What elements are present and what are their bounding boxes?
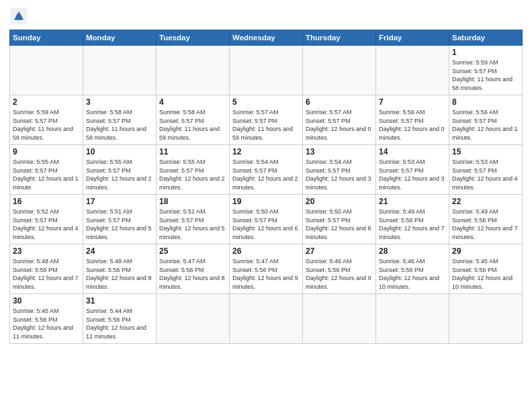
- weekday-header-wednesday: Wednesday: [230, 30, 303, 46]
- calendar-week-row: 1Sunrise: 5:59 AMSunset: 5:57 PMDaylight…: [10, 46, 523, 95]
- day-info: Sunrise: 5:58 AMSunset: 5:57 PMDaylight:…: [159, 108, 226, 142]
- day-info: Sunrise: 5:57 AMSunset: 5:57 PMDaylight:…: [232, 108, 300, 142]
- day-cell-7: 7Sunrise: 5:56 AMSunset: 5:57 PMDaylight…: [376, 95, 449, 145]
- weekday-header-tuesday: Tuesday: [157, 30, 230, 46]
- day-cell-20: 20Sunrise: 5:50 AMSunset: 5:57 PMDayligh…: [303, 195, 376, 244]
- day-cell-5: 5Sunrise: 5:57 AMSunset: 5:57 PMDaylight…: [230, 95, 303, 145]
- day-number: 22: [452, 197, 519, 206]
- day-cell-9: 9Sunrise: 5:55 AMSunset: 5:57 PMDaylight…: [10, 145, 83, 195]
- day-number: 21: [379, 197, 446, 206]
- day-info: Sunrise: 5:59 AMSunset: 5:57 PMDaylight:…: [13, 108, 80, 142]
- day-info: Sunrise: 5:47 AMSunset: 5:56 PMDaylight:…: [159, 257, 226, 291]
- day-number: 20: [306, 197, 373, 206]
- empty-cell: [376, 294, 449, 344]
- day-number: 24: [86, 246, 153, 256]
- day-info: Sunrise: 5:58 AMSunset: 5:57 PMDaylight:…: [86, 108, 153, 142]
- weekday-header-monday: Monday: [83, 30, 157, 46]
- day-info: Sunrise: 5:56 AMSunset: 5:57 PMDaylight:…: [452, 108, 519, 142]
- day-number: 5: [232, 97, 300, 107]
- calendar-week-row: 23Sunrise: 5:48 AMSunset: 5:56 PMDayligh…: [10, 244, 523, 294]
- day-cell-14: 14Sunrise: 5:53 AMSunset: 5:57 PMDayligh…: [376, 145, 449, 195]
- day-info: Sunrise: 5:46 AMSunset: 5:56 PMDaylight:…: [306, 257, 373, 291]
- day-cell-2: 2Sunrise: 5:59 AMSunset: 5:57 PMDaylight…: [10, 95, 83, 145]
- day-number: 28: [379, 246, 446, 256]
- day-cell-3: 3Sunrise: 5:58 AMSunset: 5:57 PMDaylight…: [83, 95, 157, 145]
- day-info: Sunrise: 5:53 AMSunset: 5:57 PMDaylight:…: [452, 158, 519, 191]
- day-cell-12: 12Sunrise: 5:54 AMSunset: 5:57 PMDayligh…: [230, 145, 303, 195]
- day-cell-1: 1Sunrise: 5:59 AMSunset: 5:57 PMDaylight…: [449, 46, 523, 95]
- empty-cell: [230, 46, 303, 95]
- day-cell-18: 18Sunrise: 5:51 AMSunset: 5:57 PMDayligh…: [157, 195, 230, 244]
- day-number: 25: [159, 246, 226, 256]
- day-number: 14: [379, 147, 446, 156]
- calendar-table: SundayMondayTuesdayWednesdayThursdayFrid…: [9, 30, 523, 344]
- empty-cell: [303, 294, 376, 344]
- day-number: 26: [232, 246, 300, 256]
- empty-cell: [83, 46, 157, 95]
- day-info: Sunrise: 5:54 AMSunset: 5:57 PMDaylight:…: [232, 158, 300, 191]
- day-number: 23: [13, 246, 80, 256]
- day-cell-22: 22Sunrise: 5:49 AMSunset: 5:56 PMDayligh…: [449, 195, 523, 244]
- day-cell-15: 15Sunrise: 5:53 AMSunset: 5:57 PMDayligh…: [449, 145, 523, 195]
- day-info: Sunrise: 5:57 AMSunset: 5:57 PMDaylight:…: [306, 108, 373, 142]
- day-info: Sunrise: 5:54 AMSunset: 5:57 PMDaylight:…: [306, 158, 373, 191]
- svg-rect-2: [16, 15, 21, 20]
- day-info: Sunrise: 5:55 AMSunset: 5:57 PMDaylight:…: [13, 158, 80, 191]
- day-number: 13: [306, 147, 373, 156]
- day-cell-10: 10Sunrise: 5:55 AMSunset: 5:57 PMDayligh…: [83, 145, 157, 195]
- day-number: 2: [13, 97, 80, 107]
- calendar-week-row: 2Sunrise: 5:59 AMSunset: 5:57 PMDaylight…: [10, 95, 523, 145]
- day-info: Sunrise: 5:56 AMSunset: 5:57 PMDaylight:…: [379, 108, 446, 142]
- day-info: Sunrise: 5:47 AMSunset: 5:56 PMDaylight:…: [232, 257, 300, 291]
- empty-cell: [449, 294, 523, 344]
- day-cell-16: 16Sunrise: 5:52 AMSunset: 5:57 PMDayligh…: [10, 195, 83, 244]
- day-cell-19: 19Sunrise: 5:50 AMSunset: 5:57 PMDayligh…: [230, 195, 303, 244]
- generalblue-logo-icon: [9, 7, 28, 26]
- day-number: 8: [452, 97, 519, 107]
- empty-cell: [230, 294, 303, 344]
- day-cell-24: 24Sunrise: 5:48 AMSunset: 5:56 PMDayligh…: [83, 244, 157, 294]
- header: [9, 7, 523, 26]
- page: SundayMondayTuesdayWednesdayThursdayFrid…: [0, 0, 532, 411]
- day-cell-30: 30Sunrise: 5:45 AMSunset: 5:56 PMDayligh…: [10, 294, 83, 344]
- day-number: 16: [13, 197, 80, 206]
- day-cell-29: 29Sunrise: 5:45 AMSunset: 5:56 PMDayligh…: [449, 244, 523, 294]
- empty-cell: [157, 294, 230, 344]
- day-number: 29: [452, 246, 519, 256]
- day-cell-6: 6Sunrise: 5:57 AMSunset: 5:57 PMDaylight…: [303, 95, 376, 145]
- day-info: Sunrise: 5:55 AMSunset: 5:57 PMDaylight:…: [159, 158, 226, 191]
- day-info: Sunrise: 5:53 AMSunset: 5:57 PMDaylight:…: [379, 158, 446, 191]
- day-number: 7: [379, 97, 446, 107]
- day-cell-4: 4Sunrise: 5:58 AMSunset: 5:57 PMDaylight…: [157, 95, 230, 145]
- day-number: 30: [13, 296, 80, 306]
- day-cell-26: 26Sunrise: 5:47 AMSunset: 5:56 PMDayligh…: [230, 244, 303, 294]
- day-number: 27: [306, 246, 373, 256]
- day-info: Sunrise: 5:45 AMSunset: 5:56 PMDaylight:…: [452, 257, 519, 291]
- day-number: 3: [86, 97, 153, 107]
- day-cell-13: 13Sunrise: 5:54 AMSunset: 5:57 PMDayligh…: [303, 145, 376, 195]
- empty-cell: [303, 46, 376, 95]
- day-info: Sunrise: 5:52 AMSunset: 5:57 PMDaylight:…: [13, 208, 80, 241]
- logo: [9, 7, 31, 26]
- day-number: 17: [86, 197, 153, 206]
- empty-cell: [10, 46, 83, 95]
- day-info: Sunrise: 5:45 AMSunset: 5:56 PMDaylight:…: [13, 307, 80, 340]
- day-number: 1: [452, 48, 519, 57]
- day-info: Sunrise: 5:49 AMSunset: 5:56 PMDaylight:…: [452, 208, 519, 241]
- day-number: 4: [159, 97, 226, 107]
- day-info: Sunrise: 5:48 AMSunset: 5:56 PMDaylight:…: [86, 257, 153, 291]
- day-number: 19: [232, 197, 300, 206]
- day-cell-8: 8Sunrise: 5:56 AMSunset: 5:57 PMDaylight…: [449, 95, 523, 145]
- day-info: Sunrise: 5:49 AMSunset: 5:56 PMDaylight:…: [379, 208, 446, 241]
- day-number: 18: [159, 197, 226, 206]
- day-cell-17: 17Sunrise: 5:51 AMSunset: 5:57 PMDayligh…: [83, 195, 157, 244]
- day-info: Sunrise: 5:44 AMSunset: 5:56 PMDaylight:…: [86, 307, 153, 340]
- day-cell-21: 21Sunrise: 5:49 AMSunset: 5:56 PMDayligh…: [376, 195, 449, 244]
- calendar-week-row: 16Sunrise: 5:52 AMSunset: 5:57 PMDayligh…: [10, 195, 523, 244]
- weekday-header-saturday: Saturday: [449, 30, 523, 46]
- day-cell-31: 31Sunrise: 5:44 AMSunset: 5:56 PMDayligh…: [83, 294, 157, 344]
- empty-cell: [157, 46, 230, 95]
- day-info: Sunrise: 5:51 AMSunset: 5:57 PMDaylight:…: [86, 208, 153, 241]
- day-number: 11: [159, 147, 226, 156]
- day-info: Sunrise: 5:55 AMSunset: 5:57 PMDaylight:…: [86, 158, 153, 191]
